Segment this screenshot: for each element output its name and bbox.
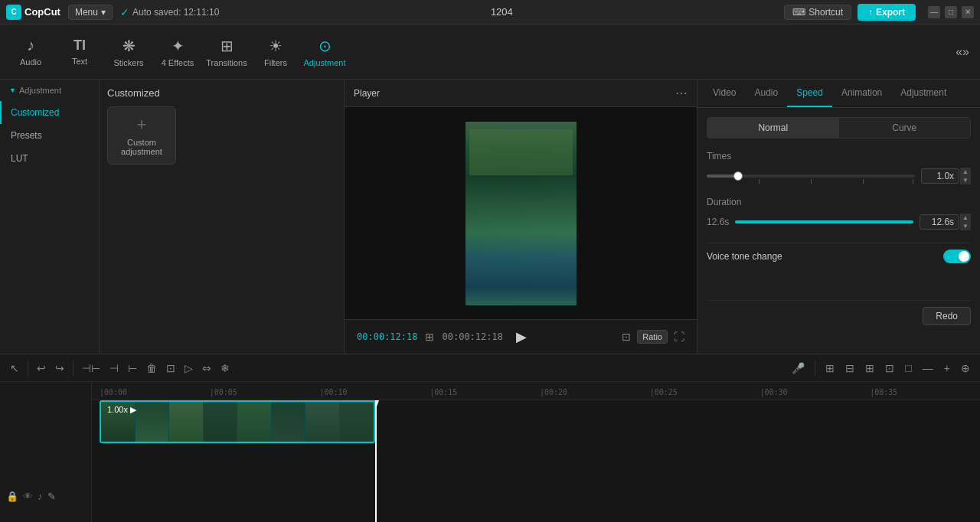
collapse-panel-button[interactable]: «» [952,42,972,62]
tl-screenshot-button[interactable]: □ [901,359,915,377]
close-button[interactable]: ✕ [962,6,974,18]
ruler-mark-2: |00:10 [320,388,430,396]
minimize-button[interactable]: — [928,6,940,18]
logo-icon: C [6,5,21,20]
video-tree-top [469,129,573,175]
thumb-2 [136,402,170,442]
duration-spin-down[interactable]: ▼ [960,222,971,230]
times-slider-thumb[interactable] [733,171,743,181]
left-panel-customized[interactable]: Customized [0,101,99,124]
redo-label: Redo [936,311,958,321]
times-spin-up[interactable]: ▲ [960,168,971,176]
tl-split-view-button[interactable]: ⊟ [841,359,858,377]
play-timeline-button[interactable]: ▷ [181,359,197,377]
playhead[interactable] [375,400,377,522]
ruler-mark-7: |00:35 [870,388,980,396]
toolbar-text[interactable]: TI Text [57,29,103,75]
redo-timeline-button[interactable]: ↪ [51,359,68,377]
tab-audio[interactable]: Audio [745,80,787,107]
times-value-group: ▲ ▼ [921,168,971,184]
times-slider-track[interactable] [707,175,915,178]
duration-value-input[interactable] [920,214,959,230]
middle-panel: Customized + Custom adjustment [100,80,345,354]
transitions-label: Transitions [206,58,247,67]
tab-speed[interactable]: Speed [787,80,832,107]
tl-fit-button[interactable]: ⊞ [822,359,838,377]
toolbar-transitions[interactable]: ⊞ Transitions [204,29,250,75]
ruler-mark-1: |00:05 [210,388,320,396]
mode-normal-label: Normal [758,122,788,133]
custom-adjustment-card[interactable]: + Custom adjustment [107,106,176,165]
left-panel-presets[interactable]: Presets [0,124,99,147]
export-label: Export [876,7,905,18]
redo-button[interactable]: Redo [923,307,971,325]
lock-icon[interactable]: 🔒 [6,491,18,502]
tab-video-label: Video [713,87,736,98]
mirror-button[interactable]: ⇔ [198,359,215,377]
speed-mode-row: Normal Curve [707,117,971,139]
tl-settings-button[interactable]: ⊕ [957,359,974,377]
play-button[interactable]: ▶ [511,326,532,347]
adjustment-label: Adjustment [303,58,345,67]
speed-mode-curve[interactable]: Curve [839,118,971,138]
player-menu-icon[interactable]: ⋯ [675,86,688,100]
toolbar-adjustment[interactable]: ⊙ Adjustment [302,29,348,75]
tab-video[interactable]: Video [704,80,745,107]
effects-icon: ✦ [172,37,185,55]
restore-button[interactable]: □ [945,6,957,18]
logo-text: CopCut [24,6,60,18]
presets-label: Presets [11,130,42,141]
thumb-4 [204,402,238,442]
top-bar: C CopCut Menu ▾ ✓ Auto saved: 12:11:10 1… [0,0,980,24]
toolbar-stickers[interactable]: ❋ Stickers [106,29,152,75]
times-spin-down[interactable]: ▼ [960,176,971,184]
fullscreen-button[interactable]: ⛶ [674,331,684,343]
ratio-button[interactable]: Ratio [637,330,668,344]
duration-spin-up[interactable]: ▲ [960,214,971,222]
tl-zoom-out-button[interactable]: — [919,359,937,377]
tab-animation[interactable]: Animation [832,80,891,107]
speed-mode-normal[interactable]: Normal [707,118,839,138]
player-time-total: 00:00:12:18 [442,331,502,342]
timeline-content: 🔒 👁 ♪ ✎ |00:00 |00:05 |00:10 |00:15 |00:… [0,382,980,522]
duration-slider-track[interactable] [735,220,913,223]
grid-icon[interactable]: ⊞ [425,331,434,343]
delete-button[interactable]: 🗑 [142,359,161,377]
times-value-input[interactable] [921,168,959,184]
player-time-current: 00:00:12:18 [357,331,417,342]
menu-label: Menu [75,7,98,18]
toolbar-effects[interactable]: ✦ 4 Effects [155,29,201,75]
audio-track-icon[interactable]: ♪ [38,491,43,502]
toolbar-filters[interactable]: ☀ Filters [253,29,299,75]
tick-3 [863,179,864,184]
freeze-button[interactable]: ❄ [217,359,234,377]
edit-icon[interactable]: ✎ [47,491,56,502]
voice-tone-row: Voice tone change [707,243,971,269]
shortcut-button[interactable]: ⌨ Shortcut [784,5,851,20]
fullscreen-fit-button[interactable]: ⊡ [622,331,631,343]
tl-crop-button[interactable]: ⊡ [881,359,898,377]
duplicate-button[interactable]: ⊡ [162,359,179,377]
voice-tone-label: Voice tone change [707,251,782,262]
left-panel-lut[interactable]: LUT [0,147,99,170]
tab-speed-label: Speed [796,87,823,98]
custom-card-label: Custom adjustment [116,138,168,156]
tab-adjustment[interactable]: Adjustment [891,80,956,107]
voice-tone-toggle[interactable] [943,250,971,263]
left-panel-title: Adjustment [19,86,61,95]
mic-button[interactable]: 🎤 [788,359,808,377]
tl-align-button[interactable]: ⊞ [861,359,878,377]
eye-icon[interactable]: 👁 [23,491,33,502]
split-button[interactable]: ⊣⊢ [78,359,104,377]
select-tool-button[interactable]: ↖ [6,359,23,377]
tl-right: 🎤 ⊞ ⊟ ⊞ ⊡ □ — + ⊕ [788,359,974,377]
video-clip[interactable]: 1.00x ▶ [100,400,375,443]
trim-right-button[interactable]: ⊢ [124,359,141,377]
trim-left-button[interactable]: ⊣ [106,359,122,377]
tl-zoom-in-button[interactable]: + [940,359,954,377]
export-button[interactable]: ↑ Export [858,4,916,21]
menu-button[interactable]: Menu ▾ [68,5,113,20]
toggle-thumb [959,251,969,262]
toolbar-audio[interactable]: ♪ Audio [8,29,54,75]
undo-button[interactable]: ↩ [33,359,50,377]
